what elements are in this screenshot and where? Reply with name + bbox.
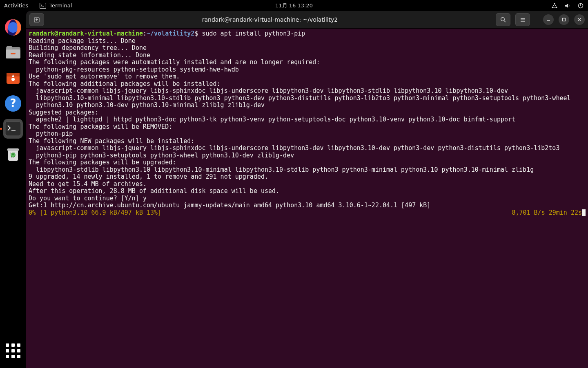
- close-button[interactable]: [574, 14, 585, 25]
- output-line: Reading package lists... Done: [29, 37, 136, 45]
- output-line: python-pip: [29, 130, 73, 137]
- output-line: The following packages were automaticall…: [29, 58, 320, 66]
- svg-point-15: [11, 78, 15, 81]
- terminal-icon: [40, 3, 46, 9]
- volume-icon[interactable]: [564, 2, 571, 9]
- network-icon[interactable]: [551, 2, 558, 9]
- terminal-window: randark@randark-virtual-machine: ~/volat…: [26, 11, 588, 368]
- output-line: Building dependency tree... Done: [29, 44, 147, 52]
- clock[interactable]: 11月 16 13:20: [275, 2, 313, 9]
- app-menu[interactable]: Terminal: [40, 2, 72, 9]
- svg-point-26: [501, 17, 504, 21]
- new-tab-button[interactable]: [29, 13, 44, 26]
- output-line: The following NEW packages will be insta…: [29, 137, 194, 145]
- progress-left: 0% [1 python3.10 66.9 kB/497 kB 13%]: [29, 209, 161, 217]
- svg-line-27: [504, 20, 506, 22]
- output-line: apache2 | lighttpd | httpd python3-doc p…: [29, 116, 515, 123]
- output-line: javascript-common libjs-jquery libjs-sph…: [29, 87, 508, 94]
- svg-rect-18: [5, 122, 21, 136]
- svg-text:?: ?: [10, 97, 16, 109]
- prompt-dollar: $: [194, 30, 202, 37]
- activities-button[interactable]: Activities: [4, 2, 28, 9]
- app-menu-label: Terminal: [49, 2, 72, 9]
- command-text: sudo apt install python3-pip: [202, 30, 305, 37]
- output-line: The following additional packages will b…: [29, 80, 220, 88]
- svg-rect-21: [7, 148, 19, 151]
- output-line: After this operation, 28.8 MB of additio…: [29, 187, 279, 195]
- output-line: libpython3-stdlib libpython3.10 libpytho…: [29, 166, 534, 173]
- apps-grid-icon: [6, 343, 20, 358]
- output-line: Get:1 http://cn.archive.ubuntu.com/ubunt…: [29, 202, 430, 209]
- gnome-top-panel: Activities Terminal 11月 16 13:20: [0, 0, 588, 11]
- dock-files[interactable]: [3, 43, 23, 63]
- svg-rect-12: [11, 53, 16, 54]
- window-title: randark@randark-virtual-machine: ~/volat…: [44, 16, 496, 23]
- dock-software[interactable]: [3, 68, 23, 88]
- output-line: The following packages will be upgraded:: [29, 159, 176, 166]
- dock-trash[interactable]: [3, 144, 23, 164]
- output-line: python3.10 python3.10-dev python3.10-min…: [29, 101, 265, 109]
- terminal-cursor: [582, 209, 586, 216]
- output-line: 9 upgraded, 14 newly installed, 1 to rem…: [29, 173, 268, 180]
- output-line: Need to get 15.4 MB of archives.: [29, 180, 147, 188]
- output-line: javascript-common libjs-jquery libjs-sph…: [29, 144, 559, 152]
- output-line: The following packages will be REMOVED:: [29, 123, 172, 130]
- output-line: Reading state information... Done: [29, 52, 150, 59]
- svg-rect-0: [40, 3, 46, 8]
- svg-rect-11: [7, 46, 12, 49]
- dock-firefox[interactable]: [3, 18, 23, 37]
- dock-show-apps[interactable]: [3, 341, 23, 361]
- terminal-viewport[interactable]: randark@randark-virtual-machine:~/volati…: [26, 29, 588, 368]
- output-line: Suggested packages:: [29, 109, 99, 116]
- dock-terminal[interactable]: [3, 119, 23, 139]
- output-line: Use 'sudo apt autoremove' to remove them…: [29, 73, 180, 80]
- output-line: libpython3.10-minimal libpython3.10-stdl…: [29, 94, 571, 102]
- download-progress-line: 0% [1 python3.10 66.9 kB/497 kB 13%]8,70…: [29, 209, 586, 217]
- dock-help[interactable]: ?: [3, 94, 23, 113]
- svg-rect-32: [563, 18, 566, 21]
- maximize-button[interactable]: [559, 14, 569, 25]
- window-titlebar: randark@randark-virtual-machine: ~/volat…: [26, 11, 588, 29]
- prompt-userhost: randark@randark-virtual-machine: [29, 30, 143, 37]
- search-button[interactable]: [496, 13, 510, 26]
- system-tray: [551, 2, 584, 9]
- output-line: python-pkg-resources python-setuptools s…: [29, 66, 239, 73]
- progress-right: 8,701 B/s 29min 22s: [512, 209, 582, 216]
- output-line: python3-pip python3-setuptools python3-w…: [29, 152, 294, 159]
- minimize-button[interactable]: [543, 14, 554, 25]
- hamburger-menu-button[interactable]: [515, 13, 530, 26]
- dock: ?: [0, 11, 26, 368]
- power-icon[interactable]: [577, 2, 584, 9]
- prompt-path: ~/volatility2: [147, 30, 194, 37]
- prompt-colon: :: [143, 30, 147, 37]
- output-line: Do you want to continue? [Y/n] y: [29, 195, 147, 202]
